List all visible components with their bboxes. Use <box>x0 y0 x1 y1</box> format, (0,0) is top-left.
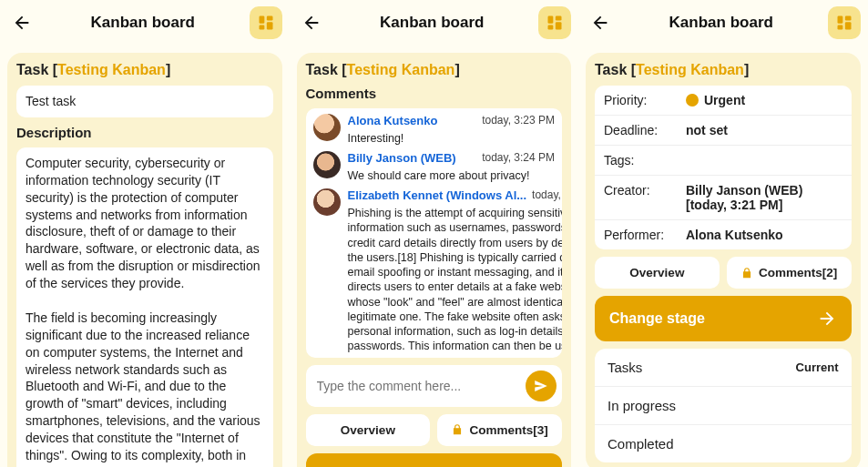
comment-item: Billy Janson (WEB)today, 3:24 PM We shou… <box>313 151 556 183</box>
task-suffix: ] <box>166 62 170 77</box>
page-title: Kanban board <box>615 14 828 32</box>
svg-rect-7 <box>556 22 562 29</box>
priority-dot-icon <box>686 94 699 107</box>
comment-author[interactable]: Elizabeth Kennet (Windows Al... <box>348 188 527 204</box>
kanban-logo[interactable] <box>538 6 571 39</box>
stage-name: Tasks <box>608 360 642 375</box>
meta-label: Creator: <box>604 183 686 212</box>
screen-task-comments: Kanban board Task [Testing Kanban] Comme… <box>290 0 579 467</box>
tab-overview[interactable]: Overview <box>306 414 431 446</box>
avatar[interactable] <box>313 114 341 141</box>
board-link[interactable]: Testing Kanban <box>57 62 166 77</box>
description-text[interactable]: Computer security, cybersecurity or info… <box>16 147 273 467</box>
svg-rect-3 <box>266 22 272 29</box>
back-button[interactable] <box>586 8 615 37</box>
svg-rect-9 <box>837 25 842 30</box>
comment-body: Elizabeth Kennet (Windows Al...today, 3:… <box>348 188 563 353</box>
meta-row-priority[interactable]: Priority: Urgent <box>595 86 852 116</box>
comment-body: Alona Kutsenkotoday, 3:23 PM Interesting… <box>348 114 556 146</box>
tab-comments-label: Comments[3] <box>469 423 547 437</box>
svg-rect-5 <box>548 25 554 30</box>
content: Task [Testing Kanban] Priority: Urgent D… <box>578 46 868 467</box>
tab-comments[interactable]: Comments[3] <box>437 414 562 446</box>
arrow-left-icon <box>12 13 32 33</box>
svg-rect-1 <box>259 25 264 30</box>
task-card: Task [Testing Kanban] Priority: Urgent D… <box>586 53 861 467</box>
stage-list: Tasks Current In progress Completed <box>595 349 852 462</box>
comment-text: We should care more about privacy! <box>348 168 556 183</box>
content: Task [Testing Kanban] Comments Alona Kut… <box>290 46 579 467</box>
kanban-icon <box>546 14 564 32</box>
kanban-logo[interactable] <box>828 6 861 39</box>
board-link[interactable]: Testing Kanban <box>636 62 744 77</box>
svg-rect-6 <box>556 16 562 21</box>
comment-text: Phishing is the attempt of acquiring sen… <box>348 206 563 354</box>
arrow-left-icon <box>590 13 610 33</box>
meta-row-creator[interactable]: Creator: Billy Janson (WEB) [today, 3:21… <box>595 176 852 220</box>
meta-row-tags[interactable]: Tags: <box>595 146 852 176</box>
header: Kanban board <box>578 0 868 46</box>
comments-list[interactable]: Alona Kutsenkotoday, 3:23 PM Interesting… <box>306 108 563 358</box>
task-card: Task [Testing Kanban] Test task Descript… <box>7 53 282 467</box>
page-title: Kanban board <box>36 14 250 32</box>
bottom-tabs: Overview Comments[3] <box>306 414 563 446</box>
task-title-line: Task [Testing Kanban] <box>16 62 273 78</box>
comment-text: Interesting! <box>348 131 556 146</box>
kanban-icon <box>835 14 853 32</box>
comment-author[interactable]: Alona Kutsenko <box>348 114 438 129</box>
task-prefix: Task [ <box>306 62 347 77</box>
stage-option-tasks[interactable]: Tasks Current <box>595 349 852 387</box>
meta-row-performer[interactable]: Performer: Alona Kutsenko <box>595 220 852 249</box>
comments-label: Comments <box>306 86 563 101</box>
comment-author[interactable]: Billy Janson (WEB) <box>348 151 456 167</box>
avatar[interactable] <box>313 151 341 178</box>
header: Kanban board <box>0 0 290 46</box>
stage-option-completed[interactable]: Completed <box>595 425 852 462</box>
avatar[interactable] <box>313 188 341 216</box>
kanban-icon <box>257 14 275 32</box>
meta-label: Deadline: <box>604 123 686 137</box>
comment-time: today, 3:23 PM <box>482 114 555 129</box>
task-title-line: Task [Testing Kanban] <box>595 62 852 78</box>
svg-rect-0 <box>259 16 264 24</box>
meta-value: Urgent <box>686 93 842 107</box>
comment-input[interactable] <box>317 379 519 393</box>
task-prefix: Task [ <box>16 62 57 77</box>
task-title-line: Task [Testing Kanban] <box>306 62 563 78</box>
meta-value: Alona Kutsenko <box>686 228 842 242</box>
comment-body: Billy Janson (WEB)today, 3:24 PM We shou… <box>348 151 556 183</box>
back-button[interactable] <box>7 8 36 37</box>
tab-overview[interactable]: Overview <box>595 257 720 289</box>
comment-compose <box>306 365 563 407</box>
meta-label: Performer: <box>604 228 686 242</box>
svg-rect-10 <box>844 16 851 21</box>
change-stage-label: Change stage <box>609 310 705 327</box>
task-suffix: ] <box>744 62 749 77</box>
tab-comments[interactable]: Comments[2] <box>727 257 852 289</box>
board-link[interactable]: Testing Kanban <box>347 62 455 77</box>
change-stage-button[interactable]: Change stage <box>306 453 563 467</box>
send-button[interactable] <box>526 371 557 401</box>
meta-table: Priority: Urgent Deadline: not set Tags:… <box>595 86 852 249</box>
kanban-logo[interactable] <box>250 6 282 39</box>
meta-value <box>686 153 842 168</box>
stage-option-in-progress[interactable]: In progress <box>595 387 852 425</box>
content: Task [Testing Kanban] Test task Descript… <box>0 46 290 467</box>
lock-icon <box>451 423 464 436</box>
arrow-left-icon <box>301 13 322 33</box>
meta-row-deadline[interactable]: Deadline: not set <box>595 116 852 146</box>
svg-rect-4 <box>548 16 554 24</box>
arrow-right-icon <box>817 309 837 329</box>
svg-rect-2 <box>266 16 272 21</box>
back-button[interactable] <box>297 8 326 37</box>
task-prefix: Task [ <box>595 62 636 77</box>
meta-label: Tags: <box>604 153 686 168</box>
comment-item: Elizabeth Kennet (Windows Al...today, 3:… <box>313 188 556 353</box>
bottom-tabs: Overview Comments[2] <box>595 257 852 289</box>
lock-icon <box>740 267 753 279</box>
svg-rect-11 <box>844 22 851 29</box>
change-stage-button[interactable]: Change stage <box>595 296 852 341</box>
task-suffix: ] <box>454 62 459 77</box>
task-name-input[interactable]: Test task <box>16 86 273 117</box>
meta-value: not set <box>686 123 842 137</box>
